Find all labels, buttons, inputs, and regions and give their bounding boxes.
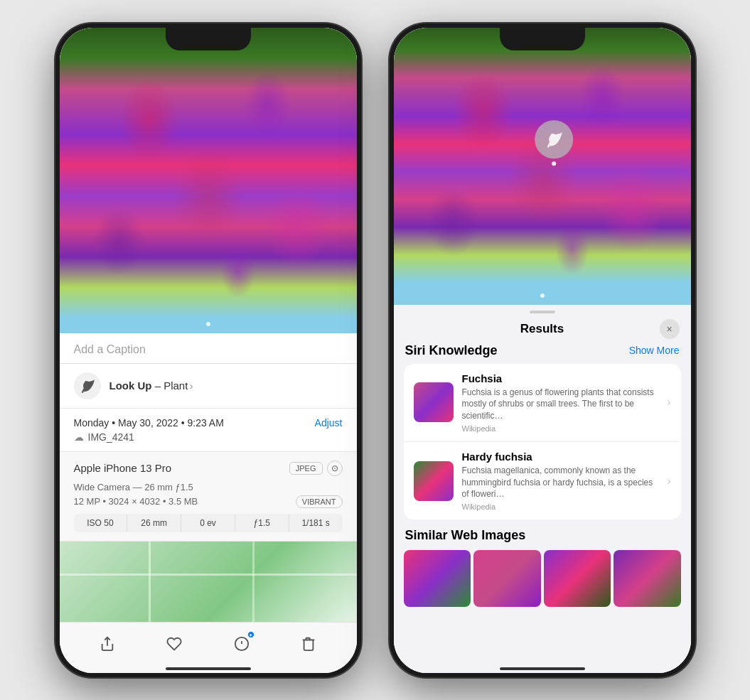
- vs-dot: [552, 161, 556, 166]
- sheet-handle: [530, 311, 555, 313]
- home-indicator: [166, 667, 251, 670]
- fuchsia-item[interactable]: Fuchsia Fuchsia is a genus of flowering …: [404, 364, 681, 442]
- right-flower-overlay: [394, 28, 691, 305]
- fuchsia-thumb: [414, 382, 454, 422]
- hardy-info: Hardy fuchsia Fuchsia magellanica, commo…: [462, 451, 659, 511]
- similar-img-1[interactable]: [404, 550, 471, 607]
- fuchsia-desc: Fuchsia is a genus of flowering plants t…: [462, 387, 659, 422]
- exif-iso: ISO 50: [74, 514, 128, 532]
- results-body[interactable]: Siri Knowledge Show More Fuchsia Fuchsia…: [394, 343, 691, 673]
- results-sheet: Results × Siri Knowledge Show More: [394, 305, 691, 673]
- lookup-section[interactable]: Look Up – Plant›: [60, 364, 357, 409]
- right-photo-dot: [540, 294, 545, 298]
- visual-search-badge: [535, 120, 573, 158]
- fuchsia-source: Wikipedia: [462, 424, 659, 433]
- hardy-fuchsia-item[interactable]: Hardy fuchsia Fuchsia magellanica, commo…: [404, 442, 681, 519]
- camera-info: Wide Camera — 26 mm ƒ1.5: [74, 482, 343, 492]
- share-button[interactable]: [92, 628, 123, 659]
- photo-dot: [206, 322, 210, 326]
- favorite-button[interactable]: [159, 628, 190, 659]
- specs-row: 12 MP • 3024 × 4032 • 3.5 MB VIBRANT: [74, 495, 343, 508]
- meta-date: Monday • May 30, 2022 • 9:23 AM: [74, 417, 224, 429]
- similar-images: [404, 550, 681, 607]
- flower-overlay: [60, 28, 357, 333]
- exif-ev: 0 ev: [181, 514, 235, 532]
- similar-title: Similar Web Images: [404, 528, 681, 543]
- plant-lookup-icon: [74, 372, 101, 399]
- left-phone-screen: Add a Caption Look Up – Plant› Monday • …: [60, 28, 357, 673]
- results-header: Results ×: [394, 316, 691, 343]
- settings-icon: ⊙: [327, 461, 343, 476]
- show-more-button[interactable]: Show More: [629, 345, 680, 356]
- info-button[interactable]: ✦: [226, 628, 257, 659]
- filename: IMG_4241: [88, 431, 134, 443]
- format-badge: JPEG: [289, 462, 323, 475]
- similar-img-4[interactable]: [614, 550, 681, 607]
- fuchsia-chevron: ›: [667, 396, 670, 409]
- hardy-thumb: [414, 461, 454, 501]
- map-section[interactable]: [60, 542, 357, 622]
- caption-placeholder: Add a Caption: [74, 343, 146, 355]
- notch: [166, 28, 251, 50]
- right-notch: [500, 28, 585, 50]
- adjust-button[interactable]: Adjust: [315, 417, 343, 429]
- results-title: Results: [520, 322, 564, 336]
- hardy-source: Wikipedia: [462, 502, 659, 511]
- close-button[interactable]: ×: [660, 319, 680, 339]
- similar-img-2[interactable]: [473, 550, 541, 607]
- fuchsia-name: Fuchsia: [462, 372, 659, 384]
- hardy-chevron: ›: [667, 475, 670, 488]
- hardy-name: Hardy fuchsia: [462, 451, 659, 463]
- delete-button[interactable]: [293, 628, 324, 659]
- left-phone: Add a Caption Look Up – Plant› Monday • …: [55, 23, 361, 677]
- vibrant-badge: VIBRANT: [296, 495, 343, 508]
- siri-knowledge-header: Siri Knowledge Show More: [404, 343, 681, 358]
- right-phone-screen: Results × Siri Knowledge Show More: [394, 28, 691, 673]
- exif-shutter: 1/181 s: [289, 514, 343, 532]
- device-name: Apple iPhone 13 Pro: [74, 462, 172, 474]
- device-badges: JPEG ⊙: [289, 461, 343, 476]
- cloud-icon: ☁: [74, 431, 84, 443]
- right-home-indicator: [500, 667, 585, 670]
- meta-section: Monday • May 30, 2022 • 9:23 AM Adjust ☁…: [60, 409, 357, 452]
- caption-area[interactable]: Add a Caption: [60, 333, 357, 364]
- similar-section: Similar Web Images: [404, 528, 681, 607]
- device-section: Apple iPhone 13 Pro JPEG ⊙ Wide Camera —…: [60, 452, 357, 542]
- photo-area-right[interactable]: [394, 28, 691, 305]
- exif-focal: 26 mm: [127, 514, 181, 532]
- photo-area-left[interactable]: [60, 28, 357, 333]
- right-phone: Results × Siri Knowledge Show More: [390, 23, 695, 677]
- specs-text: 12 MP • 3024 × 4032 • 3.5 MB: [74, 496, 198, 507]
- lookup-text: Look Up – Plant›: [109, 379, 193, 392]
- bottom-toolbar: ✦: [60, 622, 357, 673]
- knowledge-card: Fuchsia Fuchsia is a genus of flowering …: [404, 364, 681, 520]
- hardy-desc: Fuchsia magellanica, commonly known as t…: [462, 465, 659, 500]
- exif-row: ISO 50 26 mm 0 ev ƒ1.5 1/181 s: [74, 514, 343, 532]
- siri-knowledge-title: Siri Knowledge: [405, 343, 498, 358]
- exif-aperture: ƒ1.5: [235, 514, 289, 532]
- fuchsia-info: Fuchsia Fuchsia is a genus of flowering …: [462, 372, 659, 433]
- similar-img-3[interactable]: [544, 550, 611, 607]
